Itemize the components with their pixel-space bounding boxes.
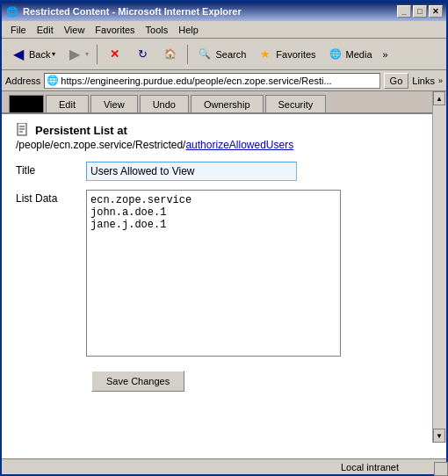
- address-url: https://engineering.purdue.edu/people/ec…: [61, 76, 331, 86]
- browser-window: 🌐 Restricted Content - Microsoft Interne…: [0, 0, 448, 476]
- toolbar-overflow[interactable]: »: [379, 43, 393, 66]
- toolbar-separator-2: [187, 45, 188, 64]
- menu-file[interactable]: File: [5, 23, 32, 37]
- menu-bar: File Edit View Favorites Tools Help: [2, 21, 446, 39]
- window-icon: 🌐: [5, 4, 19, 18]
- title-input[interactable]: [86, 162, 297, 181]
- home-button[interactable]: 🏠: [157, 43, 184, 66]
- save-changes-button[interactable]: Save Changes: [91, 371, 184, 392]
- tab-edit[interactable]: Edit: [46, 95, 89, 112]
- document-icon: [16, 123, 30, 137]
- media-label: Media: [346, 49, 372, 60]
- minimize-button[interactable]: _: [397, 5, 411, 18]
- back-button[interactable]: ◀ Back ▾: [5, 43, 60, 66]
- address-label: Address: [5, 76, 40, 86]
- close-button[interactable]: ✕: [429, 5, 443, 18]
- window-title: Restricted Content - Microsoft Internet …: [23, 6, 397, 17]
- title-label: Title: [16, 162, 86, 177]
- scroll-down-button[interactable]: ▼: [433, 429, 445, 443]
- persistent-path: /people/ecn.zope.service/Restricted/auth…: [16, 139, 432, 151]
- tab-ownership[interactable]: Ownership: [191, 95, 264, 112]
- status-zone: Local intranet: [337, 462, 443, 472]
- toolbar-separator-1: [97, 45, 98, 64]
- tab-view[interactable]: View: [90, 95, 138, 112]
- search-button[interactable]: 🔍 Search: [191, 43, 250, 66]
- menu-tools[interactable]: Tools: [141, 23, 174, 37]
- go-button[interactable]: Go: [384, 73, 409, 89]
- persistent-header-row: Persistent List at: [16, 123, 432, 137]
- scroll-track[interactable]: [433, 105, 446, 429]
- address-input-container[interactable]: 🌐 https://engineering.purdue.edu/people/…: [44, 73, 379, 89]
- menu-edit[interactable]: Edit: [32, 23, 59, 37]
- tab-security[interactable]: Security: [265, 95, 327, 112]
- title-bar-buttons: _ □ ✕: [397, 5, 443, 18]
- back-label: Back: [29, 49, 50, 60]
- list-data-label: List Data: [16, 190, 86, 205]
- search-icon: 🔍: [196, 46, 213, 63]
- forward-button[interactable]: ▶ ▾: [61, 43, 93, 66]
- back-icon: ◀: [10, 46, 27, 63]
- persistent-title-text: Persistent List at: [35, 124, 127, 137]
- tab-black: [9, 95, 44, 112]
- favorites-button[interactable]: ★ Favorites: [252, 43, 320, 66]
- tab-undo[interactable]: Undo: [140, 95, 189, 112]
- favorites-icon: ★: [257, 46, 274, 63]
- refresh-icon: ↻: [134, 46, 151, 63]
- maximize-button[interactable]: □: [413, 5, 427, 18]
- status-bar: Local intranet: [2, 458, 446, 474]
- media-icon: 🌐: [327, 46, 344, 63]
- scroll-up-button[interactable]: ▲: [433, 91, 445, 105]
- title-bar: 🌐 Restricted Content - Microsoft Interne…: [2, 2, 446, 21]
- menu-help[interactable]: Help: [173, 23, 204, 37]
- path-link[interactable]: authorizeAllowedUsers: [185, 139, 293, 151]
- page-content: Persistent List at /people/ecn.zope.serv…: [2, 114, 446, 458]
- search-label: Search: [215, 49, 246, 60]
- resize-handle[interactable]: [434, 462, 448, 476]
- list-data-container: ecn.zope.service john.a.doe.1 jane.j.doe…: [86, 190, 341, 358]
- vertical-scrollbar[interactable]: ▲ ▼: [432, 91, 446, 443]
- persistent-section: Persistent List at /people/ecn.zope.serv…: [16, 123, 432, 151]
- forward-icon: ▶: [66, 46, 83, 63]
- address-overflow[interactable]: »: [438, 76, 443, 85]
- list-data-textarea[interactable]: ecn.zope.service john.a.doe.1 jane.j.doe…: [86, 190, 341, 357]
- toolbar: ◀ Back ▾ ▶ ▾ ✕ ↻ 🏠 �: [2, 39, 446, 70]
- home-icon: 🏠: [162, 46, 179, 63]
- content-area: Edit View Undo Ownership Security: [2, 91, 446, 458]
- refresh-button[interactable]: ↻: [129, 43, 155, 66]
- favorites-label: Favorites: [276, 49, 315, 60]
- media-button[interactable]: 🌐 Media: [322, 43, 377, 66]
- stop-icon: ✕: [105, 46, 123, 63]
- title-row: Title: [16, 162, 432, 181]
- menu-favorites[interactable]: Favorites: [90, 23, 140, 37]
- menu-view[interactable]: View: [59, 23, 90, 37]
- links-label[interactable]: Links: [412, 76, 435, 86]
- tabs-bar: Edit View Undo Ownership Security: [2, 91, 446, 114]
- stop-button[interactable]: ✕: [101, 43, 127, 66]
- list-data-row: List Data ecn.zope.service john.a.doe.1 …: [16, 190, 432, 358]
- address-bar: Address 🌐 https://engineering.purdue.edu…: [2, 70, 446, 91]
- path-prefix: /people/ecn.zope.service/Restricted/: [16, 139, 185, 151]
